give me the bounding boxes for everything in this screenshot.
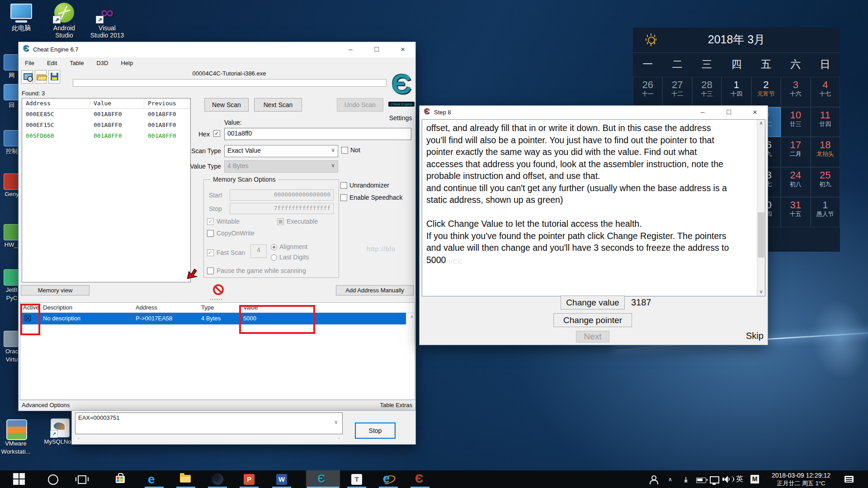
scan-value-input[interactable]: 001a8ff0 xyxy=(224,128,411,140)
address-list-header[interactable]: Active Description Address Type Value xyxy=(20,303,415,313)
address-list[interactable]: Active Description Address Type Value ☒ … xyxy=(20,302,415,400)
alignment-radio[interactable] xyxy=(271,244,277,250)
address-list-selected-row[interactable]: ☒ No description P->0017EA58 4 Bytes 500… xyxy=(20,313,406,324)
calendar-cell[interactable]: 24初八 xyxy=(781,167,810,197)
desktop-icon-this-pc[interactable]: 此电脑 xyxy=(2,4,41,33)
cheat-engine-titlebar[interactable]: Є Cheat Engine 6.7 ─ ☐ ✕ xyxy=(19,42,415,57)
change-pointer-button[interactable]: Change pointer xyxy=(553,313,632,327)
taskbar-typora[interactable]: T xyxy=(346,470,367,488)
found-table-row[interactable]: 000EF15C001A8FF0001A8FF0 xyxy=(22,120,190,131)
battery-icon[interactable] xyxy=(696,478,706,483)
hex-checkbox[interactable]: ✓ xyxy=(213,130,220,137)
taskbar-word[interactable]: W xyxy=(271,470,292,488)
close-button[interactable]: ✕ xyxy=(743,106,767,119)
menu-help[interactable]: Help xyxy=(121,60,133,66)
select-process-button[interactable] xyxy=(21,70,33,84)
calendar-cell[interactable]: 10廿三 xyxy=(781,107,810,137)
calendar-cell[interactable]: 11廿四 xyxy=(811,107,840,137)
attach-cursor-arrow-icon[interactable] xyxy=(187,267,199,281)
cortana-button[interactable] xyxy=(42,470,63,488)
no-entry-icon[interactable] xyxy=(213,284,224,295)
genymotion-icon[interactable] xyxy=(4,174,20,190)
clock[interactable]: 2018-03-09 12:29:12 正月廿二 周五 1°C xyxy=(763,472,839,487)
settings-link[interactable]: Settings xyxy=(386,114,415,122)
store-button[interactable] xyxy=(110,470,131,488)
menu-d3d[interactable]: D3D xyxy=(96,60,108,66)
network-icon[interactable] xyxy=(710,476,719,483)
scrollbar-thumb[interactable] xyxy=(758,212,764,258)
pause-game-checkbox[interactable] xyxy=(207,267,214,274)
menu-edit[interactable]: Edit xyxy=(47,60,57,66)
calendar-cell[interactable]: 1十四 xyxy=(722,77,751,107)
scrollbar-up-arrow[interactable]: ∧ xyxy=(757,120,765,127)
scrollbar-down-arrow[interactable]: ∨ xyxy=(757,288,765,296)
scan-type-dropdown[interactable]: Exact Value∨ xyxy=(224,145,338,157)
start-button[interactable] xyxy=(10,470,31,488)
recycle-bin-icon[interactable] xyxy=(4,84,20,100)
calendar-cell[interactable]: 28十三 xyxy=(692,77,722,107)
virtualbox-icon[interactable] xyxy=(4,331,20,347)
tutorial-text-area[interactable]: csdn.net/CC offset, and already fill tha… xyxy=(422,119,765,296)
update-tray-icon[interactable]: ⤓ xyxy=(684,475,688,488)
ime-language-indicator[interactable]: 英 xyxy=(736,474,743,488)
calendar-cell[interactable]: 3十六 xyxy=(781,77,810,107)
memory-view-button[interactable]: Memory view xyxy=(21,285,90,296)
new-scan-button[interactable]: New Scan xyxy=(204,98,249,112)
taskbar-user-app[interactable] xyxy=(207,470,228,488)
skip-button[interactable]: Skip xyxy=(746,331,764,341)
calendar-cell[interactable]: 25初九 xyxy=(811,167,840,197)
volume-icon[interactable] xyxy=(722,476,732,483)
unrandomizer-checkbox[interactable] xyxy=(340,182,347,189)
copyonwrite-checkbox[interactable] xyxy=(207,230,214,237)
calendar-cell[interactable]: 27十二 xyxy=(662,77,692,107)
stop-button[interactable]: Stop xyxy=(355,422,396,439)
hw-tool-icon[interactable] xyxy=(4,224,20,240)
vertical-scrollbar[interactable]: ∧ ∨ xyxy=(757,120,765,296)
taskbar-cheat-engine-active[interactable]: Є xyxy=(306,470,340,488)
desktop-icon-visual-studio-2013[interactable]: ∞↗ Visual Studio 2013 xyxy=(88,3,127,39)
calendar-cell[interactable]: 2元宵节 xyxy=(751,77,781,107)
scrollbar-up-arrow[interactable]: ∧ xyxy=(410,314,414,319)
splitter-handle[interactable]: ▪▪▪▪▪▪ xyxy=(203,297,230,301)
calendar-cell[interactable]: 17二月 xyxy=(781,137,810,167)
calendar-cell[interactable]: 18龙抬头 xyxy=(811,137,840,167)
calendar-cell[interactable]: 1愚人节 xyxy=(811,197,840,227)
ime-mode-icon[interactable]: M xyxy=(750,475,759,483)
advanced-options-link[interactable]: Advanced Options xyxy=(22,402,70,408)
fast-scan-checkbox[interactable]: ✓ xyxy=(207,249,214,256)
writable-checkbox[interactable]: ✓ xyxy=(207,218,214,225)
taskbar-file-explorer[interactable] xyxy=(175,470,196,488)
scroll-right-arrow[interactable]: › xyxy=(338,435,340,441)
table-extras-link[interactable]: Table Extras xyxy=(380,402,412,408)
minimize-button[interactable]: ─ xyxy=(339,42,362,56)
minimize-button[interactable]: ─ xyxy=(691,106,714,119)
control-panel-icon[interactable] xyxy=(4,130,20,146)
menu-file[interactable]: File xyxy=(25,60,34,66)
taskbar-edge[interactable]: e xyxy=(144,470,165,488)
show-hidden-icons-chevron[interactable]: ∧ xyxy=(668,476,672,488)
found-table-row[interactable]: 005FD660001A8FF0001A8FF0 xyxy=(22,131,190,141)
calendar-cell[interactable]: 4十七 xyxy=(811,77,840,107)
taskbar-cheat-engine-tutorial[interactable]: Є xyxy=(410,470,430,488)
pycharm-icon[interactable] xyxy=(4,269,20,286)
executable-checkbox[interactable] xyxy=(277,218,284,225)
calendar-cell[interactable]: 31十五 xyxy=(781,197,810,227)
desktop-icon-android-studio[interactable]: ↗ Android Studio xyxy=(45,3,84,39)
task-view-button[interactable] xyxy=(71,470,92,488)
network-icon[interactable] xyxy=(4,54,20,70)
found-results-table[interactable]: Address Value Previous 000EE85C001A8FF00… xyxy=(22,98,191,282)
people-tray-icon[interactable] xyxy=(650,475,660,484)
enable-speedhack-checkbox[interactable] xyxy=(340,194,347,201)
save-table-button[interactable] xyxy=(48,70,60,84)
change-value-button[interactable]: Change value xyxy=(561,296,625,310)
menu-table[interactable]: Table xyxy=(70,60,84,66)
taskbar-internet-explorer[interactable]: e xyxy=(378,470,399,488)
accessed-addresses-list[interactable]: EAX=00003751 xyxy=(75,413,343,434)
calendar-month-title[interactable]: 2018年 3月 xyxy=(633,32,840,47)
step8-titlebar[interactable]: Є Step 8 ─ ☐ ✕ xyxy=(420,106,768,119)
not-checkbox[interactable] xyxy=(341,147,348,154)
found-table-row[interactable]: 000EE85C001A8FF0001A8FF0 xyxy=(22,109,190,120)
scroll-left-arrow[interactable]: ‹ xyxy=(78,435,80,441)
last-digits-radio[interactable] xyxy=(271,254,277,261)
horizontal-scrollbar[interactable]: ‹ › xyxy=(75,435,343,441)
